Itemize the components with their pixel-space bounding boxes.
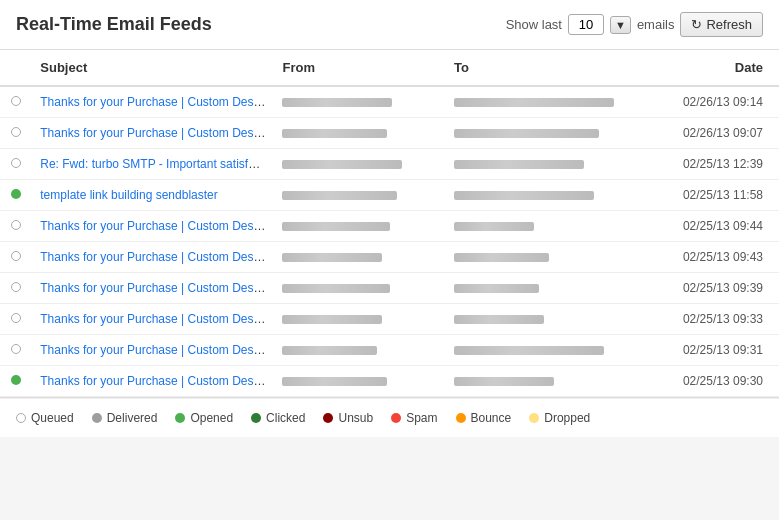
col-header-status	[0, 50, 32, 86]
refresh-label: Refresh	[706, 17, 752, 32]
from-cell	[274, 211, 446, 242]
subject-cell[interactable]: Thanks for your Purchase | Custom Design…	[32, 86, 274, 118]
subject-cell[interactable]: Thanks for your Purchase | Custom Design…	[32, 304, 274, 335]
table-row[interactable]: Re: Fwd: turbo SMTP - Important satisfac…	[0, 149, 779, 180]
date-value: 02/26/13 09:14	[683, 95, 763, 109]
date-cell: 02/25/13 09:30	[658, 366, 779, 397]
legend-item: Opened	[175, 411, 233, 425]
from-blurred	[282, 160, 402, 169]
date-cell: 02/26/13 09:14	[658, 86, 779, 118]
status-dot-queued	[11, 127, 21, 137]
subject-link[interactable]: Thanks for your Purchase | Custom Design…	[40, 343, 274, 357]
from-cell	[274, 180, 446, 211]
show-last-label: Show last	[506, 17, 562, 32]
from-blurred	[282, 315, 382, 324]
table-row[interactable]: Thanks for your Purchase | Custom Design…	[0, 242, 779, 273]
to-blurred	[454, 191, 594, 200]
legend-dot	[251, 413, 261, 423]
table-row[interactable]: Thanks for your Purchase | Custom Design…	[0, 118, 779, 149]
table-row[interactable]: Thanks for your Purchase | Custom Design…	[0, 335, 779, 366]
table-row[interactable]: Thanks for your Purchase | Custom Design…	[0, 366, 779, 397]
date-value: 02/25/13 09:33	[683, 312, 763, 326]
subject-link[interactable]: Thanks for your Purchase | Custom Design…	[40, 281, 274, 295]
legend-label: Bounce	[471, 411, 512, 425]
from-cell	[274, 366, 446, 397]
status-dot-queued	[11, 251, 21, 261]
subject-cell[interactable]: Thanks for your Purchase | Custom Design…	[32, 335, 274, 366]
to-blurred	[454, 160, 584, 169]
email-table-container: Subject From To Date Thanks for your Pur…	[0, 50, 779, 398]
legend-item: Unsub	[323, 411, 373, 425]
table-row[interactable]: template link building sendblaster02/25/…	[0, 180, 779, 211]
status-cell	[0, 366, 32, 397]
to-blurred	[454, 129, 599, 138]
date-cell: 02/25/13 09:39	[658, 273, 779, 304]
status-dot-opened	[11, 375, 21, 385]
legend-dot-queued	[16, 413, 26, 423]
legend-label: Spam	[406, 411, 437, 425]
from-blurred	[282, 222, 390, 231]
subject-link[interactable]: Thanks for your Purchase | Custom Design…	[40, 95, 274, 109]
subject-link[interactable]: Thanks for your Purchase | Custom Design…	[40, 374, 274, 388]
to-cell	[446, 180, 658, 211]
refresh-button[interactable]: ↻ Refresh	[680, 12, 763, 37]
from-blurred	[282, 129, 387, 138]
status-cell	[0, 86, 32, 118]
dropdown-arrow[interactable]: ▼	[610, 16, 631, 34]
status-dot-queued	[11, 344, 21, 354]
from-blurred	[282, 191, 397, 200]
subject-link[interactable]: template link building sendblaster	[40, 188, 217, 202]
table-row[interactable]: Thanks for your Purchase | Custom Design…	[0, 273, 779, 304]
subject-cell[interactable]: template link building sendblaster	[32, 180, 274, 211]
status-dot-queued	[11, 313, 21, 323]
date-cell: 02/25/13 11:58	[658, 180, 779, 211]
legend-dot	[529, 413, 539, 423]
email-count-input[interactable]	[568, 14, 604, 35]
from-cell	[274, 335, 446, 366]
page-title: Real-Time Email Feeds	[16, 14, 212, 35]
date-value: 02/25/13 11:58	[683, 188, 763, 202]
table-row[interactable]: Thanks for your Purchase | Custom Design…	[0, 304, 779, 335]
to-blurred	[454, 253, 549, 262]
legend-item: Dropped	[529, 411, 590, 425]
header-controls: Show last ▼ emails ↻ Refresh	[506, 12, 763, 37]
col-header-subject: Subject	[32, 50, 274, 86]
subject-cell[interactable]: Thanks for your Purchase | Custom Design…	[32, 273, 274, 304]
from-cell	[274, 304, 446, 335]
legend-item: Spam	[391, 411, 437, 425]
table-row[interactable]: Thanks for your Purchase | Custom Design…	[0, 211, 779, 242]
status-cell	[0, 211, 32, 242]
subject-link[interactable]: Thanks for your Purchase | Custom Design…	[40, 250, 274, 264]
subject-link[interactable]: Re: Fwd: turbo SMTP - Important satisfac…	[40, 157, 271, 171]
legend-item: Queued	[16, 411, 74, 425]
to-cell	[446, 86, 658, 118]
page-header: Real-Time Email Feeds Show last ▼ emails…	[0, 0, 779, 50]
subject-cell[interactable]: Thanks for your Purchase | Custom Design…	[32, 118, 274, 149]
subject-cell[interactable]: Thanks for your Purchase | Custom Design…	[32, 211, 274, 242]
to-cell	[446, 335, 658, 366]
legend-label: Clicked	[266, 411, 305, 425]
from-cell	[274, 86, 446, 118]
legend-item: Delivered	[92, 411, 158, 425]
subject-cell[interactable]: Thanks for your Purchase | Custom Design…	[32, 242, 274, 273]
legend-label: Delivered	[107, 411, 158, 425]
col-header-date: Date	[658, 50, 779, 86]
table-row[interactable]: Thanks for your Purchase | Custom Design…	[0, 86, 779, 118]
subject-link[interactable]: Thanks for your Purchase | Custom Design…	[40, 219, 274, 233]
status-dot-queued	[11, 96, 21, 106]
legend-dot	[456, 413, 466, 423]
subject-cell[interactable]: Thanks for your Purchase | Custom Design…	[32, 366, 274, 397]
status-cell	[0, 335, 32, 366]
subject-cell[interactable]: Re: Fwd: turbo SMTP - Important satisfac…	[32, 149, 274, 180]
date-cell: 02/25/13 09:44	[658, 211, 779, 242]
date-value: 02/26/13 09:07	[683, 126, 763, 140]
status-dot-queued	[11, 282, 21, 292]
date-cell: 02/25/13 12:39	[658, 149, 779, 180]
to-cell	[446, 366, 658, 397]
status-cell	[0, 242, 32, 273]
subject-link[interactable]: Thanks for your Purchase | Custom Design…	[40, 312, 274, 326]
from-cell	[274, 273, 446, 304]
to-blurred	[454, 377, 554, 386]
to-blurred	[454, 284, 539, 293]
subject-link[interactable]: Thanks for your Purchase | Custom Design…	[40, 126, 274, 140]
